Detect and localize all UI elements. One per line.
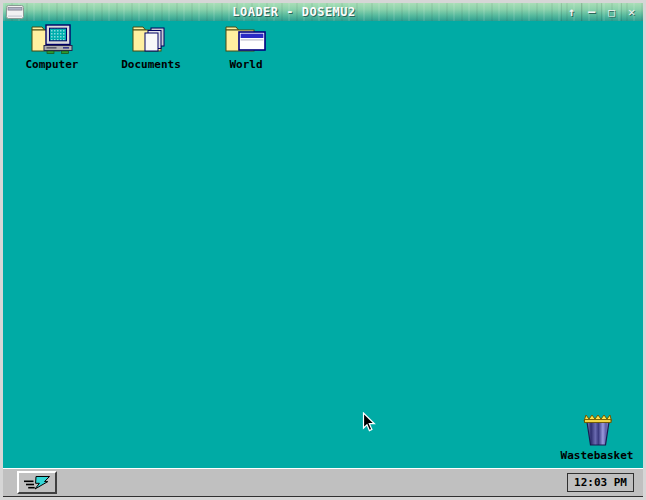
rollup-icon: ↑ [568, 6, 575, 18]
rollup-button[interactable]: ↑ [561, 3, 581, 21]
desktop-icon-documents[interactable]: Documents [109, 24, 193, 70]
clock-text: 12:03 PM [574, 476, 627, 489]
desktop-icon-computer[interactable]: Computer [10, 24, 94, 70]
minimize-button[interactable]: – [581, 3, 601, 21]
system-menu-button[interactable] [3, 3, 27, 21]
desktop[interactable]: Computer Documents World [3, 21, 643, 468]
icon-label: Documents [121, 59, 181, 70]
desktop-icon-wastebasket[interactable]: Wastebasket [555, 411, 639, 461]
title-bar[interactable]: LOADER - DOSEMU2 ↑ – □ ✕ [3, 3, 643, 21]
close-button[interactable]: ✕ [621, 3, 641, 21]
calmira-logo-icon [23, 474, 51, 491]
window-title: LOADER - DOSEMU2 [27, 5, 561, 19]
documents-icon [129, 24, 173, 56]
taskbar-clock[interactable]: 12:03 PM [567, 473, 634, 492]
icon-label: Computer [26, 59, 79, 70]
system-menu-icon [6, 5, 24, 19]
mouse-cursor [362, 412, 377, 433]
icon-label: Wastebasket [561, 450, 634, 461]
world-icon [224, 24, 268, 56]
start-button[interactable] [17, 471, 57, 494]
desktop-icon-world[interactable]: World [204, 24, 288, 70]
computer-icon [30, 24, 74, 56]
icon-label: World [229, 59, 262, 70]
maximize-button[interactable]: □ [601, 3, 621, 21]
wastebasket-icon [578, 411, 616, 447]
close-icon: ✕ [628, 6, 635, 18]
minimize-icon: – [588, 6, 595, 18]
window-controls: ↑ – □ ✕ [561, 3, 641, 21]
taskbar: 12:03 PM [3, 468, 643, 497]
dosemu2-window: LOADER - DOSEMU2 ↑ – □ ✕ [0, 0, 646, 500]
maximize-icon: □ [608, 7, 615, 18]
